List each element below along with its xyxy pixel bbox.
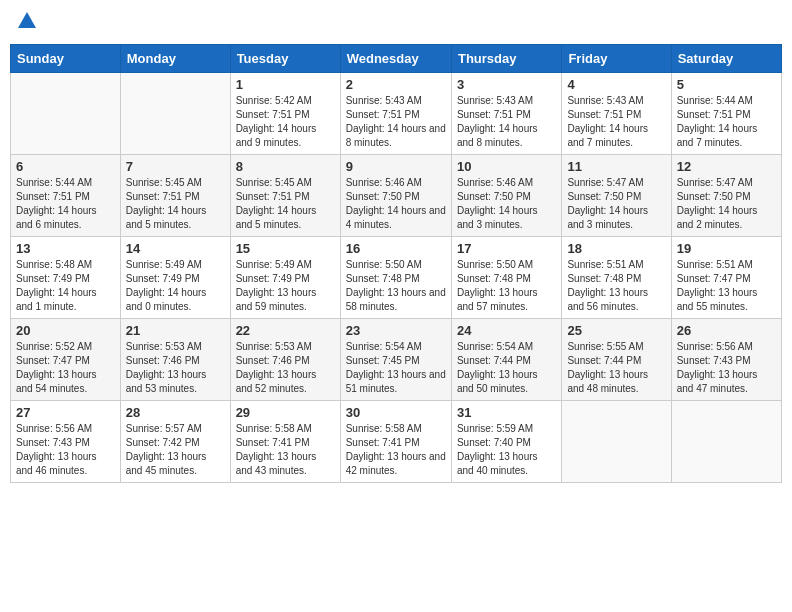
day-info: Sunrise: 5:49 AMSunset: 7:49 PMDaylight:… [236, 258, 335, 314]
day-info: Sunrise: 5:43 AMSunset: 7:51 PMDaylight:… [567, 94, 665, 150]
day-info: Sunrise: 5:51 AMSunset: 7:48 PMDaylight:… [567, 258, 665, 314]
day-number: 2 [346, 77, 446, 92]
weekday-header: Thursday [451, 45, 561, 73]
calendar-day-cell: 1Sunrise: 5:42 AMSunset: 7:51 PMDaylight… [230, 73, 340, 155]
calendar-day-cell: 24Sunrise: 5:54 AMSunset: 7:44 PMDayligh… [451, 319, 561, 401]
calendar-day-cell: 10Sunrise: 5:46 AMSunset: 7:50 PMDayligh… [451, 155, 561, 237]
day-info: Sunrise: 5:45 AMSunset: 7:51 PMDaylight:… [126, 176, 225, 232]
day-number: 12 [677, 159, 776, 174]
weekday-header: Sunday [11, 45, 121, 73]
calendar-day-cell: 18Sunrise: 5:51 AMSunset: 7:48 PMDayligh… [562, 237, 671, 319]
day-info: Sunrise: 5:44 AMSunset: 7:51 PMDaylight:… [16, 176, 115, 232]
calendar-day-cell: 6Sunrise: 5:44 AMSunset: 7:51 PMDaylight… [11, 155, 121, 237]
calendar-day-cell: 14Sunrise: 5:49 AMSunset: 7:49 PMDayligh… [120, 237, 230, 319]
day-number: 13 [16, 241, 115, 256]
svg-marker-0 [18, 12, 36, 28]
weekday-header: Friday [562, 45, 671, 73]
day-info: Sunrise: 5:50 AMSunset: 7:48 PMDaylight:… [457, 258, 556, 314]
calendar-day-cell: 13Sunrise: 5:48 AMSunset: 7:49 PMDayligh… [11, 237, 121, 319]
day-number: 9 [346, 159, 446, 174]
day-info: Sunrise: 5:46 AMSunset: 7:50 PMDaylight:… [457, 176, 556, 232]
day-number: 28 [126, 405, 225, 420]
calendar-day-cell: 7Sunrise: 5:45 AMSunset: 7:51 PMDaylight… [120, 155, 230, 237]
day-info: Sunrise: 5:56 AMSunset: 7:43 PMDaylight:… [677, 340, 776, 396]
page-header [10, 10, 782, 36]
day-number: 11 [567, 159, 665, 174]
day-info: Sunrise: 5:50 AMSunset: 7:48 PMDaylight:… [346, 258, 446, 314]
day-info: Sunrise: 5:51 AMSunset: 7:47 PMDaylight:… [677, 258, 776, 314]
calendar-day-cell: 12Sunrise: 5:47 AMSunset: 7:50 PMDayligh… [671, 155, 781, 237]
day-number: 18 [567, 241, 665, 256]
day-info: Sunrise: 5:49 AMSunset: 7:49 PMDaylight:… [126, 258, 225, 314]
calendar-day-cell: 8Sunrise: 5:45 AMSunset: 7:51 PMDaylight… [230, 155, 340, 237]
day-number: 6 [16, 159, 115, 174]
calendar-day-cell: 5Sunrise: 5:44 AMSunset: 7:51 PMDaylight… [671, 73, 781, 155]
calendar-week-row: 27Sunrise: 5:56 AMSunset: 7:43 PMDayligh… [11, 401, 782, 483]
calendar-week-row: 1Sunrise: 5:42 AMSunset: 7:51 PMDaylight… [11, 73, 782, 155]
day-number: 14 [126, 241, 225, 256]
day-info: Sunrise: 5:44 AMSunset: 7:51 PMDaylight:… [677, 94, 776, 150]
weekday-header: Wednesday [340, 45, 451, 73]
day-info: Sunrise: 5:43 AMSunset: 7:51 PMDaylight:… [457, 94, 556, 150]
day-number: 8 [236, 159, 335, 174]
calendar-day-cell: 31Sunrise: 5:59 AMSunset: 7:40 PMDayligh… [451, 401, 561, 483]
day-number: 30 [346, 405, 446, 420]
calendar-day-cell: 4Sunrise: 5:43 AMSunset: 7:51 PMDaylight… [562, 73, 671, 155]
day-number: 3 [457, 77, 556, 92]
day-number: 17 [457, 241, 556, 256]
day-info: Sunrise: 5:54 AMSunset: 7:45 PMDaylight:… [346, 340, 446, 396]
day-info: Sunrise: 5:53 AMSunset: 7:46 PMDaylight:… [236, 340, 335, 396]
day-number: 16 [346, 241, 446, 256]
calendar-day-cell: 3Sunrise: 5:43 AMSunset: 7:51 PMDaylight… [451, 73, 561, 155]
weekday-header: Monday [120, 45, 230, 73]
day-info: Sunrise: 5:48 AMSunset: 7:49 PMDaylight:… [16, 258, 115, 314]
day-number: 5 [677, 77, 776, 92]
logo-icon [16, 10, 38, 32]
calendar-week-row: 6Sunrise: 5:44 AMSunset: 7:51 PMDaylight… [11, 155, 782, 237]
calendar-day-cell: 26Sunrise: 5:56 AMSunset: 7:43 PMDayligh… [671, 319, 781, 401]
day-info: Sunrise: 5:53 AMSunset: 7:46 PMDaylight:… [126, 340, 225, 396]
calendar-day-cell: 21Sunrise: 5:53 AMSunset: 7:46 PMDayligh… [120, 319, 230, 401]
day-number: 22 [236, 323, 335, 338]
calendar-day-cell [562, 401, 671, 483]
calendar-day-cell: 23Sunrise: 5:54 AMSunset: 7:45 PMDayligh… [340, 319, 451, 401]
calendar-day-cell: 9Sunrise: 5:46 AMSunset: 7:50 PMDaylight… [340, 155, 451, 237]
day-number: 19 [677, 241, 776, 256]
day-info: Sunrise: 5:42 AMSunset: 7:51 PMDaylight:… [236, 94, 335, 150]
calendar-week-row: 20Sunrise: 5:52 AMSunset: 7:47 PMDayligh… [11, 319, 782, 401]
calendar-day-cell: 25Sunrise: 5:55 AMSunset: 7:44 PMDayligh… [562, 319, 671, 401]
day-number: 21 [126, 323, 225, 338]
day-number: 7 [126, 159, 225, 174]
calendar-day-cell: 2Sunrise: 5:43 AMSunset: 7:51 PMDaylight… [340, 73, 451, 155]
day-number: 25 [567, 323, 665, 338]
calendar-day-cell: 15Sunrise: 5:49 AMSunset: 7:49 PMDayligh… [230, 237, 340, 319]
day-number: 27 [16, 405, 115, 420]
calendar-day-cell: 22Sunrise: 5:53 AMSunset: 7:46 PMDayligh… [230, 319, 340, 401]
day-number: 26 [677, 323, 776, 338]
calendar-day-cell: 20Sunrise: 5:52 AMSunset: 7:47 PMDayligh… [11, 319, 121, 401]
day-info: Sunrise: 5:46 AMSunset: 7:50 PMDaylight:… [346, 176, 446, 232]
day-number: 15 [236, 241, 335, 256]
day-number: 4 [567, 77, 665, 92]
day-info: Sunrise: 5:58 AMSunset: 7:41 PMDaylight:… [346, 422, 446, 478]
calendar-day-cell [671, 401, 781, 483]
calendar-day-cell [11, 73, 121, 155]
calendar-day-cell: 30Sunrise: 5:58 AMSunset: 7:41 PMDayligh… [340, 401, 451, 483]
calendar-day-cell: 11Sunrise: 5:47 AMSunset: 7:50 PMDayligh… [562, 155, 671, 237]
day-info: Sunrise: 5:54 AMSunset: 7:44 PMDaylight:… [457, 340, 556, 396]
calendar-day-cell: 27Sunrise: 5:56 AMSunset: 7:43 PMDayligh… [11, 401, 121, 483]
calendar-day-cell: 29Sunrise: 5:58 AMSunset: 7:41 PMDayligh… [230, 401, 340, 483]
day-number: 29 [236, 405, 335, 420]
day-number: 24 [457, 323, 556, 338]
day-info: Sunrise: 5:55 AMSunset: 7:44 PMDaylight:… [567, 340, 665, 396]
calendar-header-row: SundayMondayTuesdayWednesdayThursdayFrid… [11, 45, 782, 73]
day-info: Sunrise: 5:47 AMSunset: 7:50 PMDaylight:… [677, 176, 776, 232]
day-info: Sunrise: 5:57 AMSunset: 7:42 PMDaylight:… [126, 422, 225, 478]
calendar-day-cell: 16Sunrise: 5:50 AMSunset: 7:48 PMDayligh… [340, 237, 451, 319]
calendar-week-row: 13Sunrise: 5:48 AMSunset: 7:49 PMDayligh… [11, 237, 782, 319]
calendar-day-cell: 19Sunrise: 5:51 AMSunset: 7:47 PMDayligh… [671, 237, 781, 319]
day-number: 31 [457, 405, 556, 420]
day-info: Sunrise: 5:45 AMSunset: 7:51 PMDaylight:… [236, 176, 335, 232]
logo [14, 10, 38, 36]
day-info: Sunrise: 5:59 AMSunset: 7:40 PMDaylight:… [457, 422, 556, 478]
